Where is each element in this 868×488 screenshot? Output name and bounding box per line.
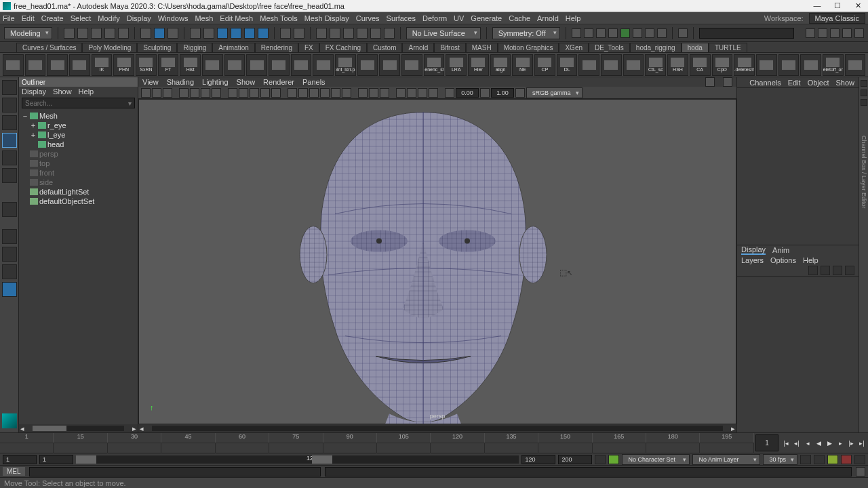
shelf-tab[interactable]: Sculpting: [137, 43, 177, 52]
shelf-button[interactable]: [3, 54, 24, 76]
vp-camera-select-icon[interactable]: [141, 88, 151, 98]
live-surface-dropdown[interactable]: No Live Surface: [406, 27, 481, 39]
shelf-button[interactable]: Hist: [180, 54, 201, 76]
shelf-button[interactable]: NE: [512, 54, 533, 76]
vp-shaded-icon[interactable]: [239, 88, 248, 98]
shelf-tab[interactable]: Rendering: [255, 43, 298, 52]
range-start-field[interactable]: 1: [3, 455, 37, 464]
history-output-icon[interactable]: [330, 28, 340, 39]
vp-light3-icon[interactable]: [380, 88, 389, 98]
shelf-button[interactable]: [845, 54, 866, 76]
select-tool[interactable]: [2, 80, 17, 95]
select-component-icon[interactable]: [167, 28, 178, 39]
shelf-button[interactable]: [202, 54, 223, 76]
outliner-scroll[interactable]: ◂▸: [19, 424, 138, 432]
vp-aa-icon[interactable]: [342, 88, 351, 98]
shelf-tab[interactable]: MASH: [466, 43, 498, 52]
snap-curve-icon[interactable]: [203, 28, 214, 39]
vp-motion-icon[interactable]: [331, 88, 340, 98]
viewport[interactable]: persp ↑ ⬚↖: [138, 99, 736, 424]
workspace-dropdown[interactable]: Maya Classic: [809, 13, 865, 24]
vp-menu-view[interactable]: View: [142, 78, 159, 86]
ipr-icon[interactable]: [584, 28, 593, 38]
vp-lights-icon[interactable]: [260, 88, 270, 98]
menu-curves[interactable]: Curves: [356, 14, 380, 22]
layer-new-selected-icon[interactable]: [845, 266, 854, 275]
toggle-d-icon[interactable]: [854, 28, 864, 38]
outliner-node[interactable]: defaultObjectSet: [19, 197, 138, 206]
pref-a-icon[interactable]: [814, 455, 825, 464]
outliner-node[interactable]: persp: [19, 149, 138, 159]
menu-generate[interactable]: Generate: [471, 14, 502, 22]
step-fwd-icon[interactable]: ▸: [835, 439, 845, 448]
paint-select-tool[interactable]: [2, 115, 17, 130]
shelf-button[interactable]: DL: [557, 54, 578, 76]
go-end-icon[interactable]: ▸|: [857, 439, 867, 448]
toggle-chbox-icon[interactable]: [861, 80, 867, 87]
shelf-button[interactable]: [269, 54, 290, 76]
history-a-icon[interactable]: [343, 28, 354, 39]
shelf-button[interactable]: [246, 54, 267, 76]
menu-display[interactable]: Display: [127, 14, 151, 22]
shelf-button[interactable]: [401, 54, 422, 76]
select-mode-icon[interactable]: [140, 28, 151, 39]
vp-menu-panels[interactable]: Panels: [302, 78, 326, 86]
account-icon[interactable]: [806, 28, 815, 38]
menu-arnold[interactable]: Arnold: [537, 14, 559, 22]
loop-icon[interactable]: [800, 455, 811, 464]
shelf-button[interactable]: [623, 54, 644, 76]
lasso-tool[interactable]: [2, 98, 17, 113]
single-pane-icon[interactable]: [2, 229, 17, 244]
vp-gamma-icon[interactable]: [480, 88, 490, 98]
vp-grid-icon[interactable]: [179, 88, 189, 98]
close-button[interactable]: ✕: [850, 1, 865, 10]
snap-view-icon[interactable]: [244, 28, 255, 39]
charset-dropdown[interactable]: No Character Set: [622, 454, 690, 465]
vp-disp2-icon[interactable]: [407, 88, 416, 98]
shelf-button[interactable]: [291, 54, 312, 76]
vp-menu-renderer[interactable]: Renderer: [263, 78, 294, 86]
shelf-button[interactable]: PHN: [113, 54, 134, 76]
shelf-tab[interactable]: Animation: [212, 43, 254, 52]
vp-light1-icon[interactable]: [358, 88, 368, 98]
vp-xray-icon[interactable]: [298, 88, 308, 98]
shelf-button[interactable]: [756, 54, 777, 76]
construction-history-icon[interactable]: [384, 28, 395, 39]
cb-tab-show[interactable]: Show: [835, 79, 854, 87]
render-icon[interactable]: [572, 28, 581, 38]
history-input-icon[interactable]: [316, 28, 327, 39]
outliner-menu-show[interactable]: Show: [53, 87, 72, 96]
shelf-button[interactable]: HSH: [667, 54, 688, 76]
rotate-tool[interactable]: [2, 150, 17, 165]
toggle-a-icon[interactable]: [818, 28, 827, 38]
outliner-tree[interactable]: −Mesh+r_eye+l_eyeheadpersptopfrontsidede…: [19, 110, 138, 424]
shelf-tab[interactable]: Arnold: [402, 43, 434, 52]
shelf-tab[interactable]: Motion Graphics: [498, 43, 559, 52]
shelf-button[interactable]: [578, 54, 599, 76]
redo-icon[interactable]: [118, 28, 129, 39]
shelf-tab[interactable]: Custom: [367, 43, 402, 52]
outliner-menu-help[interactable]: Help: [79, 87, 94, 96]
toggle-tool-icon[interactable]: [861, 89, 867, 96]
save-scene-icon[interactable]: [91, 28, 102, 39]
outliner-node[interactable]: side: [19, 178, 138, 187]
select-object-icon[interactable]: [154, 28, 165, 39]
pref-b-icon[interactable]: [841, 455, 852, 464]
vp-gate-icon[interactable]: [190, 88, 199, 98]
panel-layout-icon[interactable]: [678, 28, 688, 38]
menu-windows[interactable]: Windows: [158, 14, 189, 22]
four-pane-icon[interactable]: [2, 247, 17, 262]
shelf-tab[interactable]: FX Caching: [319, 43, 367, 52]
shelf-button[interactable]: CpD: [712, 54, 733, 76]
shelf-button[interactable]: IK: [92, 54, 113, 76]
outliner-search[interactable]: Search...: [22, 98, 135, 108]
shelf-button[interactable]: oror_pos.generic_stretched.co: [424, 54, 445, 76]
fps-dropdown[interactable]: 30 fps: [763, 454, 797, 465]
sound-icon[interactable]: [827, 455, 838, 464]
play-fwd-icon[interactable]: ▶: [825, 439, 834, 448]
shelf-button[interactable]: [313, 54, 334, 76]
shelf-button[interactable]: align: [490, 54, 511, 76]
menu-cache[interactable]: Cache: [509, 14, 530, 22]
two-pane-icon[interactable]: [2, 264, 17, 279]
shelf-tab[interactable]: hoda: [682, 43, 709, 52]
